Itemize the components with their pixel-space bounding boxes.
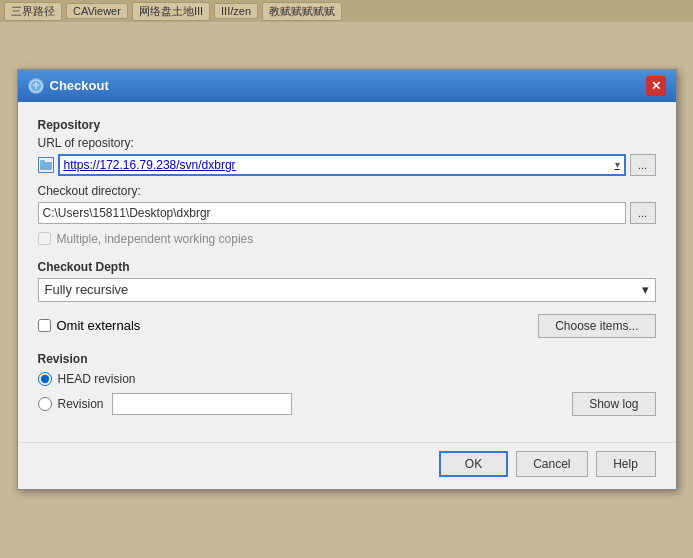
multiple-copies-checkbox[interactable] [38, 232, 51, 245]
depth-combobox[interactable]: Fully recursive ▾ [38, 278, 656, 302]
checkout-depth-label: Checkout Depth [38, 260, 656, 274]
dir-browse-button[interactable]: ... [630, 202, 656, 224]
revision-number-input[interactable] [112, 393, 292, 415]
specific-revision-label: Revision [58, 397, 104, 411]
repository-section: Repository URL of repository: https://17… [38, 118, 656, 246]
revision-section: Revision HEAD revision Revision Show log [38, 352, 656, 416]
depth-dropdown-arrow[interactable]: ▾ [642, 282, 649, 297]
url-folder-icon [38, 157, 54, 173]
depth-value: Fully recursive [45, 282, 129, 297]
revision-radio-row: Revision [38, 397, 104, 411]
taskbar-item-4[interactable]: III/zen [214, 3, 258, 19]
head-revision-row: HEAD revision [38, 372, 656, 386]
dialog-icon [28, 78, 44, 94]
checkout-dir-label: Checkout directory: [38, 184, 656, 198]
url-browse-button[interactable]: ... [630, 154, 656, 176]
specific-revision-radio[interactable] [38, 397, 52, 411]
url-row: https://172.16.79.238/svn/dxbrgr ▾ ... [38, 154, 656, 176]
revision-label: Revision [38, 352, 656, 366]
svg-rect-2 [40, 160, 45, 163]
url-label: URL of repository: [38, 136, 656, 150]
help-button[interactable]: Help [596, 451, 656, 477]
close-button[interactable]: ✕ [646, 76, 666, 96]
taskbar-item-2[interactable]: CAViewer [66, 3, 128, 19]
taskbar-item-3[interactable]: 网络盘土地III [132, 2, 210, 21]
multiple-copies-label: Multiple, independent working copies [57, 232, 254, 246]
cancel-button[interactable]: Cancel [516, 451, 587, 477]
head-revision-label: HEAD revision [58, 372, 136, 386]
dialog-title: Checkout [50, 78, 109, 93]
ok-button[interactable]: OK [439, 451, 508, 477]
checkout-depth-section: Checkout Depth Fully recursive ▾ [38, 260, 656, 302]
head-revision-radio[interactable] [38, 372, 52, 386]
url-combobox[interactable]: https://172.16.79.238/svn/dxbrgr ▾ [58, 154, 626, 176]
title-bar: Checkout ✕ [18, 70, 676, 102]
checkout-dialog: Checkout ✕ Repository URL of repository:… [17, 69, 677, 490]
repository-label: Repository [38, 118, 656, 132]
revision-row: Revision Show log [38, 392, 656, 416]
show-log-button[interactable]: Show log [572, 392, 655, 416]
dir-row: ... [38, 202, 656, 224]
omit-externals-checkbox[interactable] [38, 319, 51, 332]
taskbar-item-1[interactable]: 三界路径 [4, 2, 62, 21]
title-bar-left: Checkout [28, 78, 109, 94]
checkout-dir-input[interactable] [38, 202, 626, 224]
button-bar: OK Cancel Help [18, 442, 676, 489]
omit-externals-label: Omit externals [57, 318, 141, 333]
url-dropdown-arrow[interactable]: ▾ [615, 159, 620, 170]
dialog-body: Repository URL of repository: https://17… [18, 102, 676, 442]
choose-items-button[interactable]: Choose items... [538, 314, 655, 338]
url-value: https://172.16.79.238/svn/dxbrgr [64, 158, 615, 172]
multiple-copies-row: Multiple, independent working copies [38, 232, 656, 246]
omit-externals-row: Omit externals [38, 318, 141, 333]
options-row: Omit externals Choose items... [38, 314, 656, 338]
taskbar-item-5[interactable]: 教赋赋赋赋赋 [262, 2, 342, 21]
svg-rect-1 [40, 162, 52, 170]
